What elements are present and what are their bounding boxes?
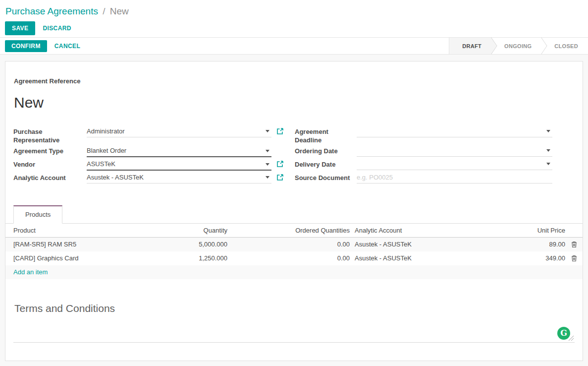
field-label: Vendor <box>13 159 87 169</box>
products-table: Product Quantity Ordered Quantities Anal… <box>5 224 583 279</box>
col-header-unit-price[interactable]: Unit Price <box>503 227 565 234</box>
caret-down-icon[interactable] <box>266 130 269 132</box>
caret-down-icon[interactable] <box>546 130 550 132</box>
top-bar: Purchase Agreements / New SAVE DISCARD <box>0 0 588 37</box>
cell-analytic[interactable]: Asustek - ASUSTeK <box>350 241 503 248</box>
resize-handle-icon[interactable] <box>568 335 574 341</box>
field-label: Analytic Account <box>13 172 87 183</box>
breadcrumb-purchase-agreements[interactable]: Purchase Agreements <box>5 6 98 16</box>
table-header: Product Quantity Ordered Quantities Anal… <box>5 224 583 238</box>
cell-unit-price[interactable]: 349.00 <box>503 254 565 262</box>
analytic-account-input[interactable] <box>87 172 271 183</box>
trash-icon[interactable] <box>565 255 583 262</box>
stage-draft[interactable]: DRAFT <box>449 38 491 54</box>
confirm-button[interactable]: CONFIRM <box>5 40 47 52</box>
field-agreement-deadline: Agreement Deadline <box>295 126 552 145</box>
form-fields: Purchase Representative Agreement Type <box>13 126 575 185</box>
breadcrumb-current: New <box>110 6 129 16</box>
terms-and-conditions-heading: Terms and Conditions <box>14 303 575 314</box>
field-agreement-type: Agreement Type <box>13 145 295 158</box>
field-label: Source Document <box>295 172 357 183</box>
form-left-column: Purchase Representative Agreement Type <box>13 126 295 185</box>
col-header-product[interactable]: Product <box>5 227 191 234</box>
control-bar: CONFIRM CANCEL DRAFT ONGOING CLOSED <box>0 37 588 55</box>
caret-down-icon[interactable] <box>546 149 550 152</box>
delivery-date-input[interactable] <box>357 159 552 170</box>
add-an-item-link[interactable]: Add an item <box>13 268 48 276</box>
form-right-column: Agreement Deadline Ordering Date Deliver… <box>295 126 575 185</box>
form-sheet: Agreement Reference New Purchase Represe… <box>5 61 583 361</box>
vendor-input[interactable] <box>87 159 271 171</box>
caret-down-icon[interactable] <box>266 176 269 179</box>
content-area: Agreement Reference New Purchase Represe… <box>0 55 588 366</box>
table-row[interactable]: [CARD] Graphics Card 1,250.000 0.00 Asus… <box>5 251 583 265</box>
cell-ordered: 0.00 <box>227 254 350 262</box>
agreement-reference-label: Agreement Reference <box>14 77 575 85</box>
cell-ordered: 0.00 <box>227 241 350 248</box>
stage-closed[interactable]: CLOSED <box>541 38 588 54</box>
col-header-analytic-account[interactable]: Analytic Account <box>350 227 503 234</box>
status-bar: DRAFT ONGOING CLOSED <box>449 38 588 54</box>
field-vendor: Vendor <box>13 159 295 172</box>
field-delivery-date: Delivery Date <box>295 159 552 172</box>
cell-unit-price[interactable]: 89.00 <box>503 241 565 248</box>
purchase-representative-input[interactable] <box>87 126 271 137</box>
terms-and-conditions-textarea[interactable]: G <box>13 315 575 343</box>
cell-quantity[interactable]: 5,000.000 <box>191 241 227 248</box>
add-item-row: Add an item <box>5 265 583 279</box>
field-label: Ordering Date <box>295 145 357 156</box>
caret-down-icon[interactable] <box>266 150 269 152</box>
cell-quantity[interactable]: 1,250.000 <box>191 254 227 262</box>
agreement-type-input[interactable] <box>87 145 271 157</box>
stage-ongoing[interactable]: ONGOING <box>491 38 541 54</box>
table-row[interactable]: [RAM-SR5] RAM SR5 5,000.000 0.00 Asustek… <box>5 238 583 251</box>
breadcrumb-separator: / <box>103 6 105 16</box>
cell-analytic[interactable]: Asustek - ASUSTeK <box>350 254 503 262</box>
source-document-input[interactable] <box>357 172 552 183</box>
agreement-reference-value[interactable]: New <box>14 94 575 111</box>
cell-product[interactable]: [CARD] Graphics Card <box>5 254 191 262</box>
agreement-deadline-input[interactable] <box>357 126 552 137</box>
field-label: Delivery Date <box>295 159 357 169</box>
save-button[interactable]: SAVE <box>5 21 35 35</box>
field-source-document: Source Document <box>295 172 552 185</box>
discard-button[interactable]: DISCARD <box>43 25 71 32</box>
cell-product[interactable]: [RAM-SR5] RAM SR5 <box>5 241 191 248</box>
cancel-button[interactable]: CANCEL <box>54 43 80 50</box>
trash-icon[interactable] <box>565 241 583 248</box>
internal-link-icon[interactable] <box>276 160 284 168</box>
field-purchase-representative: Purchase Representative <box>13 126 295 145</box>
workflow-actions: CONFIRM CANCEL <box>5 40 80 52</box>
caret-down-icon[interactable] <box>546 163 550 165</box>
col-header-quantity[interactable]: Quantity <box>191 227 227 234</box>
ordering-date-input[interactable] <box>357 145 552 157</box>
field-label: Agreement Type <box>13 145 87 156</box>
internal-link-icon[interactable] <box>276 174 284 181</box>
breadcrumb: Purchase Agreements / New <box>0 0 588 17</box>
field-ordering-date: Ordering Date <box>295 145 552 158</box>
notebook-tabs: Products <box>5 205 583 224</box>
field-label: Purchase Representative <box>13 126 87 145</box>
caret-down-icon[interactable] <box>266 163 269 166</box>
col-header-ordered-quantities[interactable]: Ordered Quantities <box>227 227 350 234</box>
field-label: Agreement Deadline <box>295 126 357 145</box>
tab-products[interactable]: Products <box>13 205 62 224</box>
record-actions: SAVE DISCARD <box>5 21 588 35</box>
internal-link-icon[interactable] <box>276 127 284 135</box>
field-analytic-account: Analytic Account <box>13 172 295 185</box>
